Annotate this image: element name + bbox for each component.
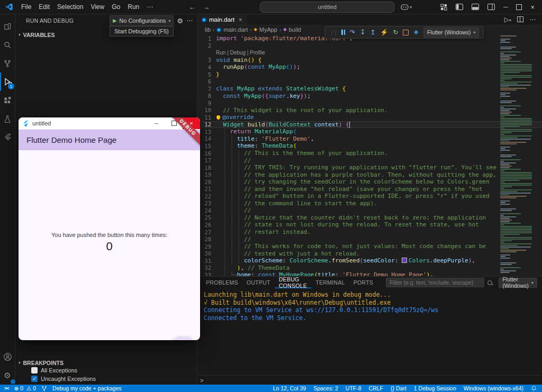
breakpoint-item[interactable]: All Exceptions [15, 366, 197, 375]
code-line: 30 │ │ │ // tested with just a hot reloa… [197, 250, 542, 257]
status-crlf[interactable]: CRLF [369, 385, 383, 391]
panel-tab-terminal[interactable]: TERMINAL [311, 277, 349, 288]
panel-tab-output[interactable]: OUTPUT [242, 277, 275, 288]
tab-main-dart[interactable]: main.dart × [197, 14, 247, 25]
debug-config-dropdown[interactable]: ▶ No Configurations ▾ [110, 15, 174, 26]
remote-indicator-icon[interactable]: >< [4, 386, 9, 391]
step-into-icon[interactable]: ↧ [360, 29, 365, 35]
debug-console-output[interactable]: Launching lib\main.dart on Windows in de… [197, 288, 542, 375]
code-line: 32 │ ), // ThemeData [197, 265, 542, 272]
breadcrumb-item-lib[interactable]: lib [205, 26, 211, 33]
stop-icon[interactable] [403, 30, 409, 35]
debug-console-input[interactable]: > [197, 375, 542, 385]
extensions-icon[interactable] [0, 91, 15, 110]
panel-tab-ports[interactable]: PORTS [349, 277, 377, 288]
status-spaces-2[interactable]: Spaces: 2 [313, 385, 338, 391]
checkbox-checked[interactable]: ✓ [31, 376, 38, 382]
toggle-secondary-sidebar-icon[interactable] [487, 4, 495, 10]
customize-layout-icon[interactable] [440, 4, 447, 11]
checkbox-unchecked[interactable] [31, 367, 38, 373]
toggle-sidebar-icon[interactable] [456, 4, 463, 10]
editor-group: main.dart × ▷▾ ⋯ lib›main.dart›◆MyApp›◆b… [197, 14, 542, 385]
breakpoint-item[interactable]: ✓Uncaught Exceptions [15, 375, 197, 383]
settings-gear-icon[interactable]: ⚙ [0, 366, 15, 385]
editor-more-actions-icon[interactable]: ⋯ [529, 16, 536, 23]
start-debug-icon[interactable]: ▶ [113, 18, 116, 23]
search-icon[interactable] [0, 35, 15, 54]
window-maximize-button[interactable] [516, 4, 522, 10]
run-file-button[interactable]: ▷▾ [504, 16, 511, 23]
code-text: │ └─home: const MyHomePage(title: 'Flutt… [216, 271, 433, 276]
window-close-button[interactable]: × [530, 3, 535, 11]
flutter-minimize-button[interactable]: ─ [148, 117, 165, 129]
flutter-app-body: You have pushed the button this many tim… [19, 147, 200, 338]
menu-item-run[interactable]: Run [124, 3, 143, 11]
nav-back-icon[interactable]: ← [188, 3, 195, 11]
copilot-icon[interactable]: ▾ [401, 4, 412, 10]
status-windows-windows-x64[interactable]: Windows (windows-x64) [464, 385, 523, 391]
menu-item-edit[interactable]: Edit [35, 3, 53, 11]
tab-bar: main.dart × ▷▾ ⋯ [197, 14, 542, 25]
breadcrumb-item-build[interactable]: build [288, 26, 301, 33]
line-number: 33 [197, 272, 216, 276]
bottom-panel: PROBLEMSOUTPUTDEBUG CONSOLETERMINALPORTS… [197, 276, 542, 385]
step-out-icon[interactable]: ↥ [370, 29, 375, 35]
nav-forward-icon[interactable]: → [203, 3, 210, 11]
account-icon[interactable] [0, 348, 15, 366]
split-editor-icon[interactable] [517, 16, 523, 22]
sidebar-more-actions-icon[interactable]: ⋯ [186, 17, 193, 24]
status-ln-12-col-39[interactable]: Ln 12, Col 39 [273, 385, 306, 391]
explorer-icon[interactable] [0, 17, 15, 35]
toolbar-drag-handle[interactable]: ⋮⋮ [329, 30, 337, 35]
codelens[interactable]: Run | Debug | Profile [216, 50, 265, 56]
line-number: 8 [197, 93, 216, 99]
status-dart[interactable]: {} Dart [391, 385, 406, 391]
menu-more[interactable]: ⋯ [143, 3, 157, 11]
console-session-dropdown[interactable]: Flutter (Windows)▾ [499, 278, 537, 288]
debug-config-status[interactable]: Debug my code + packages [52, 385, 121, 391]
pause-icon[interactable] [341, 30, 345, 35]
status-utf-8[interactable]: UTF-8 [346, 385, 362, 391]
debug-settings-gear-icon[interactable]: ⚙ [177, 17, 183, 25]
menu-item-file[interactable]: File [17, 3, 35, 11]
flutter-app-window[interactable]: untitled ─ × Flutter Demo Home Page DEBU… [19, 117, 200, 340]
breadcrumb-item-MyApp[interactable]: MyApp [259, 26, 277, 33]
panel-tab-debug-console[interactable]: DEBUG CONSOLE [275, 277, 311, 288]
code-editor[interactable]: 1import 'package:flutter/material.dart';… [197, 34, 542, 276]
menu-item-go[interactable]: Go [108, 3, 124, 11]
problems-status[interactable]: ⊗ 0 ⚠ 0 [14, 385, 37, 391]
window-minimize-button[interactable]: ─ [503, 3, 508, 11]
flutter-maximize-button[interactable] [165, 117, 183, 129]
notifications-bell-icon[interactable] [531, 386, 537, 391]
code-text: } [216, 71, 220, 78]
code-text: │ │ │ colorScheme: ColorScheme.fromSeed(… [216, 257, 475, 264]
command-center-search[interactable]: untitled [260, 2, 394, 13]
code-line: 31 │ │ │ colorScheme: ColorScheme.fromSe… [197, 257, 542, 265]
flutter-close-button[interactable]: × [183, 117, 200, 129]
breakpoints-section: ▾BREAKPOINTS All Exceptions✓Uncaught Exc… [15, 358, 197, 385]
lightbulb-icon[interactable] [216, 115, 220, 119]
source-control-icon[interactable] [0, 54, 15, 72]
menu-item-selection[interactable]: Selection [53, 3, 87, 11]
menu-item-view[interactable]: View [87, 3, 108, 11]
open-devtools-icon[interactable]: ❖ [413, 30, 419, 35]
step-over-icon[interactable]: ↷ [350, 29, 355, 35]
fab-increment-button[interactable]: + [173, 336, 193, 340]
device-selector[interactable]: Flutter (Windows)▾ [423, 28, 479, 38]
flutter-icon[interactable] [0, 128, 15, 147]
breadcrumb-item-maindart[interactable]: main.dart [223, 26, 248, 33]
panel-tab-problems[interactable]: PROBLEMS [202, 277, 242, 288]
console-filter-input[interactable] [386, 278, 484, 287]
code-text: │ │ │ // restart instead. [216, 229, 311, 235]
debug-session-icon[interactable] [41, 386, 47, 391]
tab-close-icon[interactable]: × [239, 16, 242, 23]
testing-icon[interactable] [0, 110, 15, 128]
flutter-window-titlebar[interactable]: untitled ─ × [19, 117, 200, 130]
breakpoints-section-header[interactable]: ▾BREAKPOINTS [15, 358, 197, 366]
run-and-debug-icon[interactable]: 1 [0, 72, 15, 91]
minimap[interactable] [500, 35, 534, 276]
restart-icon[interactable]: ↻ [393, 29, 398, 35]
toggle-panel-icon[interactable] [472, 4, 479, 10]
hot-reload-icon[interactable]: ⚡ [380, 29, 388, 35]
status-1-debug-session[interactable]: 1 Debug Session [414, 385, 456, 391]
